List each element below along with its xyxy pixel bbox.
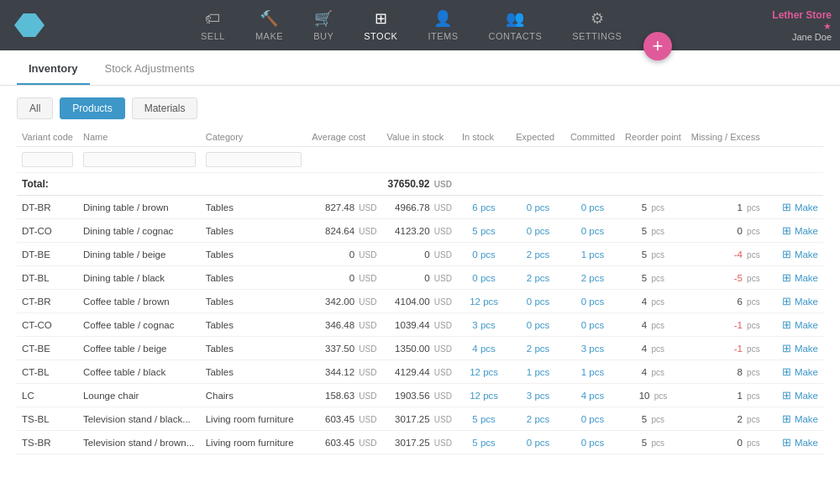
filter-materials[interactable]: Materials [132,97,198,119]
make-button[interactable]: ⊞ Make [782,412,818,425]
table-row: TS-BR Television stand / brown... Living… [17,431,823,454]
committed-link[interactable]: 0 pcs [581,320,605,330]
expected-link[interactable]: 0 pcs [527,202,550,213]
filter-all[interactable]: All [17,97,53,119]
cell-category: Chairs [201,384,307,407]
cell-valstock: 0 USD [381,266,457,290]
th-action [765,128,823,147]
make-button[interactable]: ⊞ Make [782,295,818,307]
cell-instock: 0 pcs [457,266,511,290]
nav-settings[interactable]: ⚙ SETTINGS [557,3,637,48]
committed-link[interactable]: 0 pcs [581,226,605,236]
th-valueinstock: Value in stock [381,128,457,147]
instock-link[interactable]: 6 pcs [472,202,496,213]
tab-inventory[interactable]: Inventory [17,54,90,85]
make-button[interactable]: ⊞ Make [782,318,818,331]
instock-link[interactable]: 12 pcs [470,297,498,307]
nav-make[interactable]: 🔨 MAKE [240,3,298,48]
cell-committed: 0 pcs [565,407,620,431]
make-label: Make [795,344,818,354]
cell-expected: 3 pcs [511,384,565,407]
cell-name: Coffee table / black [78,360,201,384]
cell-variant: DT-BL [17,266,78,290]
expected-link[interactable]: 1 pcs [527,367,550,377]
nav-contacts[interactable]: 👥 CONTACTS [474,3,558,48]
make-button[interactable]: ⊞ Make [782,389,818,402]
make-label: Make [795,273,818,283]
expected-link[interactable]: 0 pcs [527,438,550,448]
cell-missing: -1 pcs [686,337,765,360]
make-label: Make [795,320,818,330]
cell-action: ⊞ Make [765,243,823,266]
cell-action: ⊞ Make [765,290,823,313]
committed-link[interactable]: 1 pcs [581,367,605,377]
instock-link[interactable]: 12 pcs [470,391,498,401]
nav-items[interactable]: 👤 ITEMS [412,3,473,48]
make-button[interactable]: ⊞ Make [782,365,818,378]
committed-link[interactable]: 2 pcs [581,273,605,283]
nav-sell[interactable]: 🏷 SELL [186,3,240,48]
table-row: CT-BL Coffee table / black Tables 344.12… [17,360,823,384]
make-button[interactable]: ⊞ Make [782,342,818,354]
filter-category-input[interactable] [206,152,302,167]
cell-reorder: 5 pcs [620,266,686,290]
th-instock: In stock [457,128,511,147]
cell-committed: 1 pcs [565,243,620,266]
nav-buy[interactable]: 🛒 BUY [298,3,349,48]
instock-link[interactable]: 5 pcs [472,414,496,424]
items-icon: 👤 [433,9,453,28]
instock-link[interactable]: 12 pcs [470,367,498,377]
instock-link[interactable]: 4 pcs [472,344,496,354]
committed-link[interactable]: 0 pcs [581,202,605,213]
committed-link[interactable]: 4 pcs [581,391,605,401]
expected-link[interactable]: 2 pcs [527,344,550,354]
cell-missing: -1 pcs [686,313,765,337]
expected-link[interactable]: 0 pcs [527,226,550,236]
make-button[interactable]: ⊞ Make [782,224,818,237]
committed-link[interactable]: 3 pcs [581,344,605,354]
expected-link[interactable]: 0 pcs [527,320,550,330]
cell-variant: LC [17,384,78,407]
nav-stock[interactable]: ⊞ STOCK [349,3,412,48]
cell-variant: DT-BE [17,243,78,266]
cell-name: Television stand / brown... [78,431,201,454]
instock-link[interactable]: 5 pcs [472,226,496,236]
expected-link[interactable]: 3 pcs [527,391,550,401]
instock-link[interactable]: 0 pcs [472,249,496,260]
instock-link[interactable]: 0 pcs [472,273,496,283]
committed-link[interactable]: 1 pcs [581,249,605,260]
make-button[interactable]: ⊞ Make [782,271,818,284]
make-button[interactable]: ⊞ Make [782,248,818,260]
instock-link[interactable]: 5 pcs [472,438,496,448]
table-row: DT-BR Dining table / brown Tables 827.48… [17,196,823,219]
expected-link[interactable]: 2 pcs [527,414,550,424]
instock-link[interactable]: 3 pcs [472,320,496,330]
make-icon: 🔨 [260,9,279,28]
make-button[interactable]: ⊞ Make [782,201,818,213]
logo-shape [14,13,45,37]
sell-icon: 🏷 [205,10,221,28]
expected-link[interactable]: 0 pcs [527,297,550,307]
committed-link[interactable]: 0 pcs [581,438,605,448]
filter-products[interactable]: Products [60,97,124,119]
tab-stock-adjustments[interactable]: Stock Adjustments [93,54,207,85]
filter-variant-input[interactable] [22,152,73,167]
cell-name: Dining table / black [78,266,201,290]
expected-link[interactable]: 2 pcs [527,249,550,260]
filter-name-input[interactable] [83,152,196,167]
make-label: Make [795,226,818,236]
make-button[interactable]: ⊞ Make [782,436,818,449]
th-name: Name [78,128,201,147]
committed-link[interactable]: 0 pcs [581,414,605,424]
cell-action: ⊞ Make [765,407,823,431]
cell-name: Coffee table / beige [78,337,201,360]
make-label: Make [795,297,818,307]
committed-link[interactable]: 0 pcs [581,297,605,307]
cell-avgcost: 342.00 USD [307,290,381,313]
cell-name: Coffee table / cognac [78,313,201,337]
expected-link[interactable]: 2 pcs [527,273,550,283]
make-icon: ⊞ [782,201,791,213]
add-button[interactable]: + [643,32,672,60]
cell-expected: 1 pcs [511,360,565,384]
cell-committed: 0 pcs [565,290,620,313]
